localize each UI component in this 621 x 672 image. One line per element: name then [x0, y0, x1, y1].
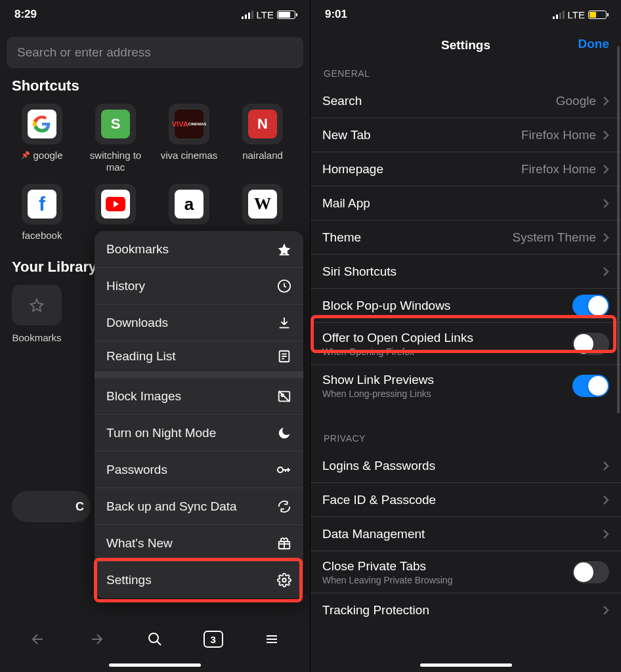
menu-button[interactable]	[257, 625, 286, 654]
chevron-right-icon	[603, 529, 609, 539]
shortcut-facebook[interactable]: f facebook	[12, 184, 72, 242]
setting-value: Firefox Home	[521, 128, 596, 142]
menu-backup-sync[interactable]: Back up and Sync Data	[95, 488, 303, 525]
search-placeholder: Search or enter address	[17, 45, 151, 60]
forward-button[interactable]	[82, 625, 111, 654]
nav-bar: Settings Done	[310, 29, 621, 62]
setting-label: Data Management	[322, 527, 425, 541]
menu-label: Turn on Night Mode	[106, 426, 216, 440]
setting-label: Tracking Protection	[322, 603, 429, 618]
svg-point-8	[282, 578, 286, 582]
setting-close-private[interactable]: Close Private TabsWhen Leaving Private B…	[310, 551, 621, 593]
google-icon	[33, 115, 51, 133]
block-popups-toggle[interactable]	[572, 295, 609, 317]
search-button[interactable]	[140, 625, 169, 654]
network-label: LTE	[568, 9, 585, 20]
shortcut-label: nairaland	[242, 150, 283, 161]
menu-label: Bookmarks	[106, 242, 169, 257]
status-bar: 9:01 LTE	[310, 0, 621, 29]
home-screen: 8:29 LTE Search or enter address Shortcu…	[0, 0, 310, 672]
tab-count: 3	[203, 631, 223, 648]
menu-label: Block Images	[106, 389, 181, 404]
tabs-button[interactable]: 3	[199, 625, 228, 654]
shortcut-switching[interactable]: S switching to mac	[85, 104, 146, 173]
gift-icon	[277, 536, 291, 551]
setting-homepage[interactable]: Homepage Firefox Home	[310, 152, 621, 186]
back-button[interactable]	[24, 625, 53, 654]
setting-value: Firefox Home	[521, 162, 596, 177]
status-bar: 8:29 LTE	[0, 0, 310, 29]
partial-pill: C	[12, 491, 91, 522]
setting-theme[interactable]: Theme System Theme	[310, 220, 621, 255]
sync-icon	[277, 499, 291, 514]
copied-links-toggle[interactable]	[572, 333, 609, 355]
gear-icon	[277, 573, 291, 587]
svg-point-6	[278, 467, 283, 472]
shortcut-nairaland[interactable]: N nairaland	[232, 104, 293, 173]
signal-icon	[242, 10, 253, 19]
setting-tracking[interactable]: Tracking Protection	[310, 593, 621, 627]
battery-icon	[277, 10, 295, 19]
setting-search[interactable]: Search Google	[310, 84, 621, 118]
setting-copied-links[interactable]: Offer to Open Copied LinksWhen Opening F…	[310, 323, 621, 365]
status-right: LTE	[242, 9, 295, 20]
link-previews-toggle[interactable]	[572, 375, 609, 397]
block-image-icon	[277, 389, 291, 404]
library-bookmarks[interactable]: Bookmarks	[12, 285, 62, 343]
chevron-right-icon	[603, 130, 609, 140]
setting-faceid[interactable]: Face ID & Passcode	[310, 483, 621, 517]
settings-scroll[interactable]: GENERAL Search Google New Tab Firefox Ho…	[310, 62, 621, 672]
shortcut-label: switching to mac	[85, 150, 146, 173]
chevron-right-icon	[603, 232, 609, 243]
setting-value: System Theme	[513, 230, 596, 245]
chevron-right-icon	[603, 461, 609, 471]
privacy-header: PRIVACY	[310, 427, 621, 449]
setting-mail-app[interactable]: Mail App	[310, 186, 621, 220]
svg-rect-1	[280, 254, 289, 255]
moon-icon	[277, 426, 291, 440]
chevron-right-icon	[603, 96, 609, 106]
setting-label: Close Private Tabs	[322, 559, 452, 574]
key-icon	[276, 463, 291, 477]
chevron-right-icon	[603, 164, 609, 175]
shortcuts-title: Shortcuts	[0, 77, 310, 100]
setting-label: Face ID & Passcode	[322, 493, 436, 507]
shortcut-google[interactable]: 📌google	[12, 104, 72, 173]
setting-new-tab[interactable]: New Tab Firefox Home	[310, 118, 621, 152]
setting-sub: When Leaving Private Browsing	[322, 575, 452, 585]
chevron-right-icon	[603, 198, 609, 209]
shortcut-grid: 📌google S switching to mac VIVACINEMAS v…	[0, 100, 310, 180]
setting-label: Mail App	[322, 196, 370, 211]
setting-siri[interactable]: Siri Shortcuts	[310, 255, 621, 289]
chevron-right-icon	[603, 266, 609, 277]
setting-label: Block Pop-up Windows	[322, 299, 450, 313]
menu-label: Settings	[106, 573, 152, 587]
setting-label: Theme	[322, 230, 361, 245]
done-button[interactable]: Done	[578, 37, 610, 51]
battery-icon	[588, 10, 607, 19]
setting-logins[interactable]: Logins & Passwords	[310, 449, 621, 483]
star-filled-icon	[277, 242, 291, 257]
scrollbar[interactable]	[617, 46, 620, 413]
setting-link-previews[interactable]: Show Link PreviewsWhen Long-pressing Lin…	[310, 365, 621, 407]
setting-block-popups[interactable]: Block Pop-up Windows	[310, 289, 621, 323]
settings-screen: 9:01 LTE Settings Done GENERAL Search Go…	[310, 0, 621, 672]
menu-settings[interactable]: Settings	[95, 562, 303, 598]
menu-downloads[interactable]: Downloads	[95, 304, 303, 341]
search-input[interactable]: Search or enter address	[7, 37, 303, 68]
menu-block-images[interactable]: Block Images	[95, 378, 303, 415]
menu-night-mode[interactable]: Turn on Night Mode	[95, 415, 303, 452]
signal-icon	[553, 10, 565, 19]
reading-list-icon	[277, 349, 291, 364]
menu-reading-list[interactable]: Reading List	[95, 341, 303, 378]
setting-data-mgmt[interactable]: Data Management	[310, 517, 621, 551]
close-private-toggle[interactable]	[572, 561, 609, 583]
menu-whats-new[interactable]: What's New	[95, 525, 303, 562]
shortcut-viva[interactable]: VIVACINEMAS viva cinemas	[159, 104, 219, 173]
menu-bookmarks[interactable]: Bookmarks	[95, 231, 303, 268]
svg-point-9	[149, 633, 158, 642]
home-indicator	[109, 663, 201, 667]
menu-history[interactable]: History	[95, 268, 303, 304]
menu-passwords[interactable]: Passwords	[95, 452, 303, 488]
network-label: LTE	[257, 9, 274, 20]
